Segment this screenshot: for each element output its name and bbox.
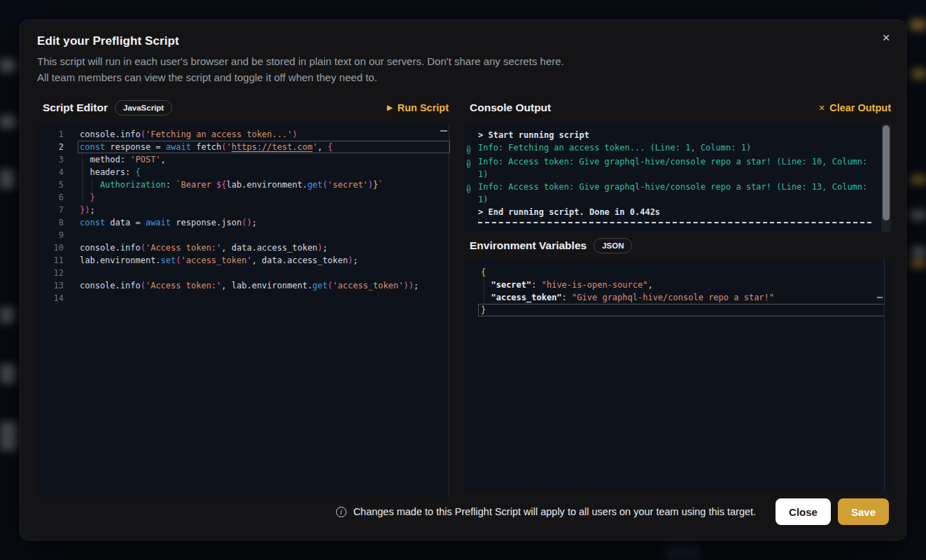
line-number: 13	[37, 279, 64, 292]
code-line[interactable]: 5 Authorization: `Bearer ${lab.environme…	[37, 178, 450, 191]
console-output-heading: Console Output	[470, 102, 551, 114]
page-title: Edit your Preflight Script	[37, 34, 179, 48]
line-number: 1	[37, 128, 64, 141]
clear-icon: ×	[819, 103, 825, 113]
code-line[interactable]: {	[464, 266, 891, 279]
overflow-dash	[877, 297, 883, 298]
code-line[interactable]: 6 }	[37, 191, 450, 204]
console-output[interactable]: > Start running scriptiInfo: Fetching an…	[464, 124, 891, 232]
code-line[interactable]: 2const response = await fetch('https://t…	[37, 141, 450, 153]
editor-scrollbar[interactable]	[449, 124, 449, 496]
javascript-badge: JavaScript	[115, 100, 172, 115]
script-editor-heading: Script Editor	[43, 102, 108, 114]
line-number: 9	[37, 229, 64, 241]
code-line[interactable]: 9	[37, 229, 450, 241]
code-line[interactable]: 7});	[37, 204, 450, 216]
clear-output-label: Clear Output	[829, 102, 891, 113]
dialog-description: This script will run in each user's brow…	[37, 54, 564, 85]
dialog-footer: i Changes made to this Preflight Script …	[336, 498, 889, 525]
line-number: 7	[37, 204, 64, 216]
console-output-lines: > Start running scriptiInfo: Fetching an…	[464, 124, 891, 232]
footer-note: Changes made to this Preflight Script wi…	[353, 506, 756, 517]
description-line-1: This script will run in each user's brow…	[37, 54, 564, 70]
script-editor-lines: 1console.info('Fetching an access token.…	[37, 124, 450, 496]
code-line[interactable]: 4 headers: {	[37, 166, 450, 178]
line-number: 3	[37, 153, 64, 166]
info-icon: i	[467, 160, 470, 168]
environment-variables-heading: Environment Variables	[470, 239, 587, 252]
console-scrollbar-track[interactable]	[881, 124, 891, 232]
line-number: 14	[37, 292, 64, 304]
code-line[interactable]: 11lab.environment.set('access_token', da…	[37, 254, 450, 267]
line-number: 4	[37, 166, 64, 178]
indent-guide	[484, 279, 484, 304]
code-line[interactable]: "secret": "hive-is-open-source",	[464, 279, 891, 291]
environment-variables-editor[interactable]: { "secret": "hive-is-open-source", "acce…	[464, 260, 891, 491]
console-line: > End running script. Done in 0.442s	[467, 206, 878, 218]
code-line[interactable]: 10console.info('Access token:', data.acc…	[37, 241, 450, 254]
console-line: iInfo: Access token: Give graphql-hive/c…	[467, 155, 878, 181]
script-editor[interactable]: 1console.info('Fetching an access token.…	[37, 124, 450, 496]
environment-variables-lines: { "secret": "hive-is-open-source", "acce…	[464, 260, 891, 491]
info-icon: i	[467, 146, 470, 154]
code-line[interactable]: 3 method: 'POST',	[37, 153, 450, 166]
close-icon[interactable]: ×	[878, 30, 895, 47]
code-line[interactable]: }	[464, 304, 891, 316]
code-line[interactable]: "access_token": "Give graphql-hive/conso…	[464, 291, 891, 304]
indent-guide	[82, 153, 83, 204]
save-button[interactable]: Save	[838, 498, 889, 525]
code-line[interactable]: 12	[37, 267, 450, 279]
console-separator	[478, 222, 871, 223]
preflight-script-dialog: × Edit your Preflight Script This script…	[20, 20, 906, 540]
line-number: 2	[37, 141, 64, 153]
line-number: 11	[37, 254, 64, 267]
info-icon: i	[336, 507, 346, 517]
line-number: 12	[37, 267, 64, 279]
line-number: 5	[37, 178, 64, 191]
run-script-button[interactable]: ▶ Run Script	[387, 102, 450, 113]
line-number: 8	[37, 216, 64, 229]
run-script-label: Run Script	[398, 102, 449, 113]
code-line[interactable]: 13console.info('Access token:', lab.envi…	[37, 279, 450, 292]
console-line: > Start running script	[467, 129, 878, 141]
line-number: 6	[37, 191, 64, 204]
console-line: iInfo: Access token: Give graphql-hive/c…	[467, 181, 878, 206]
code-line[interactable]: 8const data = await response.json();	[37, 216, 450, 229]
json-badge: JSON	[594, 238, 632, 253]
active-line-highlight	[478, 304, 885, 316]
code-line[interactable]: 14	[37, 292, 450, 304]
code-line[interactable]: 1console.info('Fetching an access token.…	[37, 128, 450, 141]
indent-guide	[92, 178, 92, 191]
console-line: iInfo: Fetching an access token... (Line…	[467, 141, 878, 155]
overflow-dash	[440, 130, 447, 132]
line-number: 10	[37, 241, 64, 254]
clear-output-button[interactable]: × Clear Output	[819, 102, 891, 113]
info-icon: i	[467, 185, 470, 193]
close-button[interactable]: Close	[776, 498, 831, 525]
editor-scrollbar[interactable]	[884, 260, 885, 491]
description-line-2: All team members can view the script and…	[37, 70, 564, 86]
console-scrollbar-thumb[interactable]	[883, 125, 890, 220]
play-icon: ▶	[387, 104, 393, 111]
